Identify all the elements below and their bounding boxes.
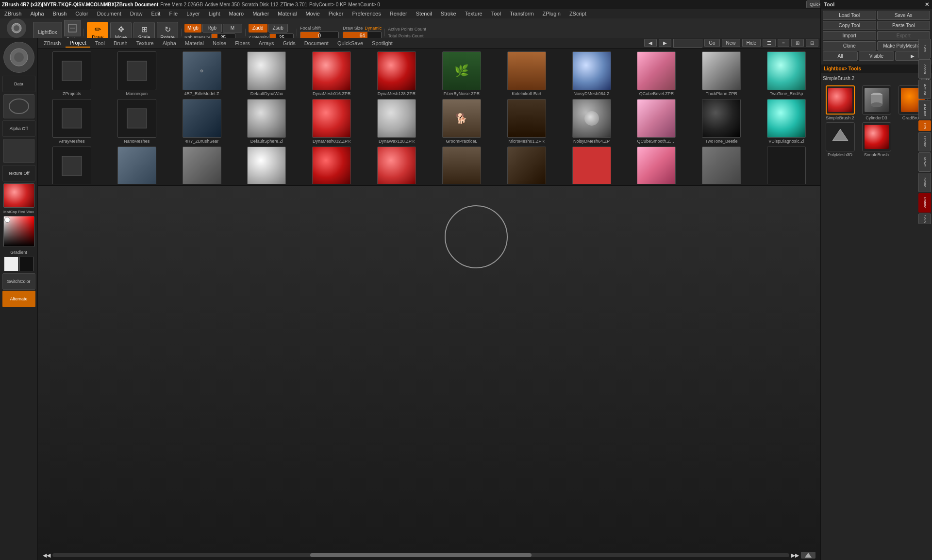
list-view-btn4[interactable]: ⊟: [806, 39, 818, 47]
tab-grids[interactable]: Grids: [279, 39, 299, 47]
list-item[interactable]: 🌿 FiberByNoise.ZPR: [430, 50, 494, 97]
new-btn[interactable]: New: [722, 39, 740, 47]
tab-spotlight[interactable]: Spotlight: [368, 39, 397, 47]
list-item[interactable]: DefaultCube.ZPR: [170, 146, 234, 184]
go-btn[interactable]: Go: [704, 39, 719, 47]
copy-tool-btn[interactable]: Copy Tool: [823, 21, 876, 30]
visible-toggle[interactable]: All: [823, 51, 858, 61]
list-item[interactable]: NanoMeshes: [105, 98, 169, 145]
mrgb-btn[interactable]: Mrgb: [184, 24, 201, 33]
list-item[interactable]: MicroMesh01.ZPR: [495, 98, 559, 145]
paste-tool-btn[interactable]: Paste Tool: [877, 21, 931, 30]
tab-tool[interactable]: Tool: [91, 39, 109, 47]
zoom-btn[interactable]: Zoom: [918, 59, 931, 79]
list-item[interactable]: DefaultSphere.Zl: [234, 98, 299, 145]
frame-btn[interactable]: Frame: [918, 132, 931, 151]
menu-edit[interactable]: Edit: [150, 10, 162, 17]
menu-stencil[interactable]: Stencil: [415, 10, 433, 17]
list-item[interactable]: TwoTone_RedAp: [754, 50, 818, 97]
tab-texture[interactable]: Texture: [133, 39, 158, 47]
list-item[interactable]: NoisyDMesh064.Z: [560, 50, 624, 97]
menu-draw[interactable]: Draw: [129, 10, 144, 17]
list-item[interactable]: 4R7_QuickHeavy: [105, 146, 169, 184]
list-item[interactable]: DefaultWaxSphe: [234, 146, 299, 184]
list-item[interactable]: Plane.ZPR: [560, 146, 624, 184]
menu-document[interactable]: Document: [96, 10, 123, 17]
import-btn[interactable]: Import: [823, 31, 876, 40]
nav-prev-btn[interactable]: ◀: [644, 39, 657, 47]
material-preview[interactable]: [3, 183, 34, 208]
brush-item-simplebrush2[interactable]: SimpleBrush.2: [823, 85, 857, 120]
m-btn[interactable]: M: [223, 24, 242, 33]
menu-texture[interactable]: Texture: [464, 10, 484, 17]
tab-document[interactable]: Document: [300, 39, 333, 47]
zsub-btn[interactable]: Zsub: [268, 24, 288, 33]
menu-light[interactable]: Light: [207, 10, 222, 17]
menu-brush[interactable]: Brush: [51, 10, 68, 17]
save-as-btn[interactable]: Save As: [877, 11, 931, 20]
clone-btn[interactable]: Clone: [823, 41, 876, 50]
list-view-btn1[interactable]: ☰: [763, 39, 776, 47]
list-item[interactable]: TwoTone_Jelly.Zl: [689, 146, 753, 184]
list-item[interactable]: TwoTone_Beetle: [689, 98, 753, 145]
list-view-btn2[interactable]: ≡: [778, 39, 789, 47]
menu-color[interactable]: Color: [74, 10, 89, 17]
list-item[interactable]: QCubeSmoothAn: [624, 146, 688, 184]
list-item[interactable]: ArrayMeshes: [40, 98, 104, 145]
tab-brush[interactable]: Brush: [110, 39, 132, 47]
list-item[interactable]: DemoProjects: [40, 146, 104, 184]
list-item[interactable]: ⚙ 4R7_RifleModel.Z: [170, 50, 234, 97]
alpha-preview[interactable]: [3, 94, 34, 118]
tab-arrays[interactable]: Arrays: [255, 39, 278, 47]
list-item[interactable]: ThickPlane.ZPR: [689, 50, 753, 97]
expand-btn[interactable]: [801, 552, 816, 559]
black-swatch[interactable]: [19, 257, 34, 271]
menu-layer[interactable]: Layer: [185, 10, 201, 17]
list-item[interactable]: 🐕 GroomPracticeL: [430, 98, 494, 145]
nav-next-btn[interactable]: ▶: [659, 39, 671, 47]
move-view-btn[interactable]: Move: [918, 152, 931, 172]
list-item[interactable]: QCubeSmooth.ZPR: [624, 98, 688, 145]
brush-item-simplebrush[interactable]: SimpleBrush: [859, 122, 894, 157]
list-item[interactable]: 4R7_ZBrushSear: [170, 98, 234, 145]
horizontal-scrollbar[interactable]: [52, 553, 789, 557]
brush-item-cylinder3d[interactable]: CylinderD3: [859, 85, 894, 120]
aa-half-btn[interactable]: AAHalf: [918, 100, 931, 119]
tab-project[interactable]: Project: [66, 39, 90, 48]
main-brush-circle[interactable]: [3, 42, 34, 73]
list-item[interactable]: DynaMesh064.ZPR: [300, 146, 364, 184]
tab-fibers[interactable]: Fibers: [231, 39, 254, 47]
switch-color-btn[interactable]: SwitchColor: [2, 273, 35, 290]
actual-btn[interactable]: Actual: [918, 80, 931, 99]
list-item[interactable]: QCubeBevel.ZPR: [624, 50, 688, 97]
list-item[interactable]: DynaMesh128.ZPR: [365, 50, 429, 97]
list-item[interactable]: DynaWax64.ZPR: [365, 146, 429, 184]
menu-material[interactable]: Material: [276, 10, 298, 17]
rgb-btn[interactable]: Rgb: [202, 24, 222, 33]
menu-movie[interactable]: Movie: [304, 10, 321, 17]
scale-view-btn[interactable]: Scale: [918, 173, 931, 192]
menu-marker[interactable]: Marker: [251, 10, 270, 17]
list-item[interactable]: ZProjects: [40, 50, 104, 97]
search-input[interactable]: [673, 39, 702, 48]
menu-macro[interactable]: Macro: [228, 10, 246, 17]
alternate-btn[interactable]: Alternate: [2, 291, 35, 307]
menu-zplugin[interactable]: ZPlugin: [541, 10, 562, 17]
list-view-btn3[interactable]: ⊞: [791, 39, 804, 47]
color-picker[interactable]: [3, 216, 34, 247]
solo-btn[interactable]: Solo: [918, 214, 931, 224]
white-swatch[interactable]: [4, 257, 18, 271]
menu-stroke[interactable]: Stroke: [439, 10, 458, 17]
menu-zscript[interactable]: ZScript: [568, 10, 588, 17]
menu-picker[interactable]: Picker: [327, 10, 345, 17]
tab-zbrush[interactable]: ZBrush: [40, 39, 65, 47]
list-item[interactable]: DynaMesh032.ZPR: [300, 98, 364, 145]
list-item[interactable]: Mannequin: [105, 50, 169, 97]
tab-noise[interactable]: Noise: [209, 39, 230, 47]
hide-btn[interactable]: Hide: [742, 39, 761, 47]
zadd-btn[interactable]: Zadd: [249, 24, 267, 33]
canvas-area[interactable]: [38, 186, 820, 550]
menu-transform[interactable]: Transform: [508, 10, 535, 17]
menu-zbrush[interactable]: ZBrush: [3, 10, 23, 17]
menu-file[interactable]: File: [167, 10, 179, 17]
